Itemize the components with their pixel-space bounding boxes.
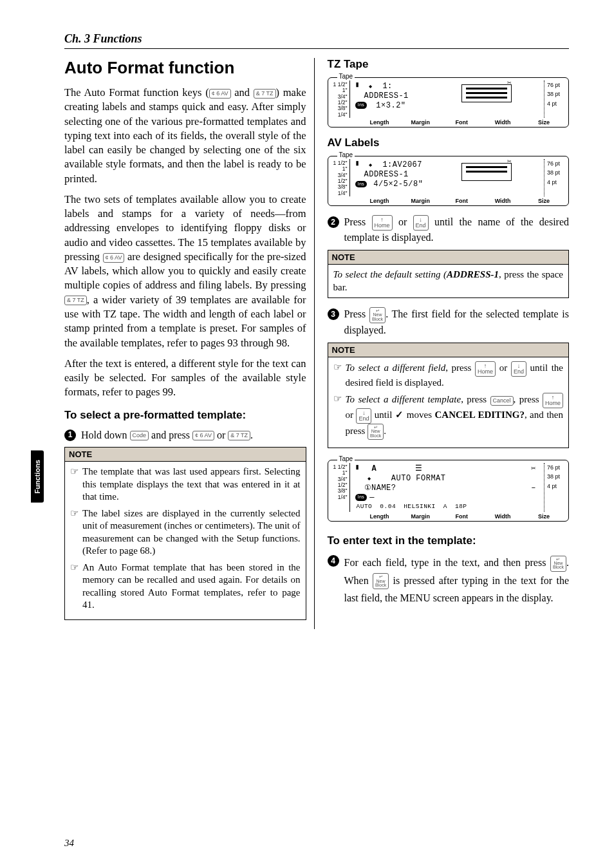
note-box-3: NOTE ☞ To select a different field, pres… xyxy=(328,343,570,448)
lcd-tape-sizes: 1 1/2" 1" 3/4" 1/2" 3/8" 1/4" xyxy=(332,463,350,512)
lcd-a: A xyxy=(372,464,377,473)
tz-tape-heading: TZ Tape xyxy=(328,58,570,71)
note-item: ☞The template that was last used appears… xyxy=(70,466,301,504)
step-2: 2 Press ↑ Home or ↓ End until the name o… xyxy=(328,215,570,245)
pointer-icon: ☞ xyxy=(70,507,79,558)
text: The template that was last used appears … xyxy=(82,466,301,504)
label-margin: Margin xyxy=(400,513,441,520)
val-auto: AUTO xyxy=(357,503,373,511)
lcd-under: — xyxy=(369,493,375,502)
note-box-1: NOTE ☞The template that was last used ap… xyxy=(64,447,306,620)
text: . xyxy=(250,429,253,440)
text: ) make creating labels and stamps quick … xyxy=(64,86,306,185)
key-7tz: & 7 TZ xyxy=(64,296,87,305)
pointer-icon: ☞ xyxy=(70,561,79,612)
text: , a wider variety of 39 templates are av… xyxy=(64,294,306,349)
key-home: ↑ Home xyxy=(372,215,393,231)
text: and xyxy=(231,86,254,99)
lcd-values-row: AUTO 0.04 HELSINKI A 18P xyxy=(355,503,539,511)
lcd-tape-sizes: 1 1/2" 1" 3/4" 1/2" 3/8" 1/4" xyxy=(332,159,350,196)
note-item: ☞An Auto Format template that has been s… xyxy=(70,561,301,612)
label-width: Width xyxy=(482,513,523,520)
chapter-heading: Ch. 3 Functions xyxy=(64,32,569,49)
lcd-preview xyxy=(461,163,512,181)
text: or xyxy=(214,429,228,440)
text-bold: CANCEL EDITING? xyxy=(434,410,524,420)
page-title: Auto Format function xyxy=(64,58,306,78)
label-margin: Margin xyxy=(400,198,441,204)
text: and press xyxy=(149,429,192,440)
key-home: ↑ Home xyxy=(543,393,563,408)
label-font: Font xyxy=(441,119,482,126)
ins-badge: Ins xyxy=(355,102,367,109)
pointer-icon: ☞ xyxy=(333,393,342,440)
label-length: Length xyxy=(359,513,400,520)
key-code: Code xyxy=(130,431,149,440)
left-column: Auto Format function The Auto Format fun… xyxy=(64,58,315,629)
lcd-tape-label: Tape xyxy=(337,151,355,158)
lcd-av-labels: Tape 1 1/2" 1" 3/4" 1/2" 3/8" 1/4" ▮ ⬥ 1… xyxy=(328,156,570,206)
step-1: 1 Hold down Code and press ¢ 6 AV or & 7… xyxy=(64,428,306,442)
label-margin: Margin xyxy=(400,119,441,126)
note-box-2: NOTE To select the default setting (ADDR… xyxy=(328,250,570,298)
page-number: 34 xyxy=(64,838,74,849)
key-7tz: & 7 TZ xyxy=(228,431,250,440)
key-7tz: & 7 TZ xyxy=(254,89,276,99)
note-heading: NOTE xyxy=(328,250,569,265)
text: or xyxy=(346,410,357,420)
lcd-point-sizes: 76 pt 38 pt 4 pt xyxy=(544,80,564,118)
note-body: To select the default setting (ADDRESS-1… xyxy=(328,265,569,297)
text: Hold down xyxy=(81,429,130,440)
text: until xyxy=(371,410,395,420)
step-number-2: 2 xyxy=(328,216,339,228)
key-enter: ↵ New Block xyxy=(369,307,386,323)
right-column: TZ Tape Tape 1 1/2" 1" 3/4" 1/2" 3/8" 1/… xyxy=(328,58,570,629)
note-item: ☞ To select a different field, press ↑ H… xyxy=(333,361,564,390)
text: or xyxy=(496,363,511,373)
label-font: Font xyxy=(441,198,482,204)
text-italic: To select a different template xyxy=(346,394,461,404)
note-body: ☞ To select a different field, press ↑ H… xyxy=(328,357,569,448)
text: The label sizes are displayed in the cur… xyxy=(82,507,301,558)
lcd-auto-format: Tape 1 1/2" 1" 3/4" 1/2" 3/8" 1/4" ▮ A☰✂… xyxy=(328,460,570,522)
label-size: Size xyxy=(523,513,564,520)
lcd-line1: 1:AV2067 xyxy=(382,160,422,169)
lcd-name-field: ①NAME? xyxy=(364,484,396,493)
key-enter: ↵ New Block xyxy=(373,573,389,589)
key-enter: ↵ New Block xyxy=(367,424,384,440)
text: For each field, type in the text, and th… xyxy=(344,557,550,568)
lcd-bottom-labels: Length Margin Font Width Size xyxy=(332,119,565,126)
lcd-auto-format-title: AUTO FORMAT xyxy=(391,474,446,483)
label-font: Font xyxy=(441,513,482,520)
subheading-select-template: To select a pre-formatted template: xyxy=(64,409,306,422)
pointer-icon: ☞ xyxy=(333,361,342,390)
key-home: ↑ Home xyxy=(475,361,496,377)
ins-badge: Ins xyxy=(355,181,367,188)
pointer-icon: ☞ xyxy=(70,466,79,504)
ins-badge: Ins xyxy=(355,494,367,501)
label-length: Length xyxy=(359,198,400,204)
av-labels-heading: AV Labels xyxy=(328,137,570,149)
lcd-point-sizes: 76 pt 38 pt 4 pt xyxy=(544,159,564,196)
step-4-text: For each field, type in the text, and th… xyxy=(344,554,570,607)
text: , press xyxy=(514,394,543,404)
key-end: ↓ End xyxy=(413,215,429,231)
text: or xyxy=(393,216,413,227)
text: moves xyxy=(404,410,434,420)
lcd-main: ▮ A☰✂ ⬥ AUTO FORMAT ①NAME?– Ins— AUTO 0.… xyxy=(354,463,541,512)
text: An Auto Format template that has been st… xyxy=(82,561,301,612)
key-6av: ¢ 6 AV xyxy=(192,431,214,440)
val-font: HELSINKI xyxy=(404,503,436,511)
label-width: Width xyxy=(482,198,523,204)
note-heading: NOTE xyxy=(328,343,569,357)
note-item: ☞ To select a different template, press … xyxy=(333,393,564,440)
lcd-tape-label: Tape xyxy=(337,73,355,80)
key-end: ↓ End xyxy=(356,408,371,424)
key-enter: ↵ New Block xyxy=(550,556,566,572)
lcd-main: ▮ ⬥ 1:AV2067 ADDRESS-1 Ins4/5×2-5/8" ✂ xyxy=(354,159,541,196)
lcd-bottom-labels: Length Margin Font Width Size xyxy=(332,198,565,204)
text: The Auto Format function keys ( xyxy=(64,86,209,99)
lcd-line3: 1×3.2" xyxy=(369,101,405,110)
lcd-tape-label: Tape xyxy=(337,455,355,462)
text: , press xyxy=(461,394,490,404)
